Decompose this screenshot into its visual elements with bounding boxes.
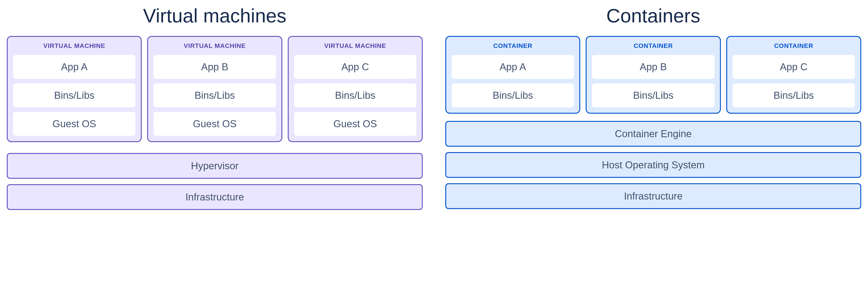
ct-unit: CONTAINER App A Bins/Libs (445, 36, 580, 114)
ct-unit: CONTAINER App B Bins/Libs (586, 36, 721, 114)
vm-unit-label: VIRTUAL MACHINE (13, 42, 135, 49)
vm-column: Virtual machines VIRTUAL MACHINE App A B… (7, 4, 423, 215)
ct-unit-label: CONTAINER (452, 42, 574, 49)
ct-unit-label: CONTAINER (592, 42, 714, 49)
ct-units-row: CONTAINER App A Bins/Libs CONTAINER App … (445, 36, 861, 114)
ct-bins-cell: Bins/Libs (452, 83, 574, 107)
vm-layer-infrastructure: Infrastructure (7, 184, 423, 210)
ct-title: Containers (445, 4, 861, 27)
vm-units-row: VIRTUAL MACHINE App A Bins/Libs Guest OS… (7, 36, 423, 142)
vm-bins-cell: Bins/Libs (13, 83, 135, 107)
ct-layer-host-os: Host Operating System (445, 152, 861, 178)
vm-os-cell: Guest OS (13, 112, 135, 136)
ct-unit: CONTAINER App C Bins/Libs (726, 36, 861, 114)
vm-unit-label: VIRTUAL MACHINE (294, 42, 416, 49)
vm-app-cell: App B (153, 55, 276, 79)
vm-os-cell: Guest OS (153, 112, 276, 136)
ct-app-cell: App B (592, 55, 714, 79)
ct-column: Containers CONTAINER App A Bins/Libs CON… (445, 4, 861, 215)
ct-app-cell: App A (452, 55, 574, 79)
vm-layer-hypervisor: Hypervisor (7, 153, 423, 179)
vm-unit-label: VIRTUAL MACHINE (153, 42, 276, 49)
vm-bins-cell: Bins/Libs (294, 83, 416, 107)
vm-unit: VIRTUAL MACHINE App A Bins/Libs Guest OS (7, 36, 142, 142)
ct-layer-infrastructure: Infrastructure (445, 183, 861, 209)
diagram-container: Virtual machines VIRTUAL MACHINE App A B… (7, 4, 861, 215)
vm-app-cell: App A (13, 55, 135, 79)
ct-layer-engine: Container Engine (445, 121, 861, 147)
ct-bins-cell: Bins/Libs (592, 83, 714, 107)
vm-title: Virtual machines (7, 4, 423, 27)
vm-unit: VIRTUAL MACHINE App B Bins/Libs Guest OS (147, 36, 282, 142)
vm-unit: VIRTUAL MACHINE App C Bins/Libs Guest OS (288, 36, 423, 142)
vm-bins-cell: Bins/Libs (153, 83, 276, 107)
vm-app-cell: App C (294, 55, 416, 79)
vm-os-cell: Guest OS (294, 112, 416, 136)
ct-bins-cell: Bins/Libs (733, 83, 855, 107)
ct-app-cell: App C (733, 55, 855, 79)
ct-unit-label: CONTAINER (733, 42, 855, 49)
